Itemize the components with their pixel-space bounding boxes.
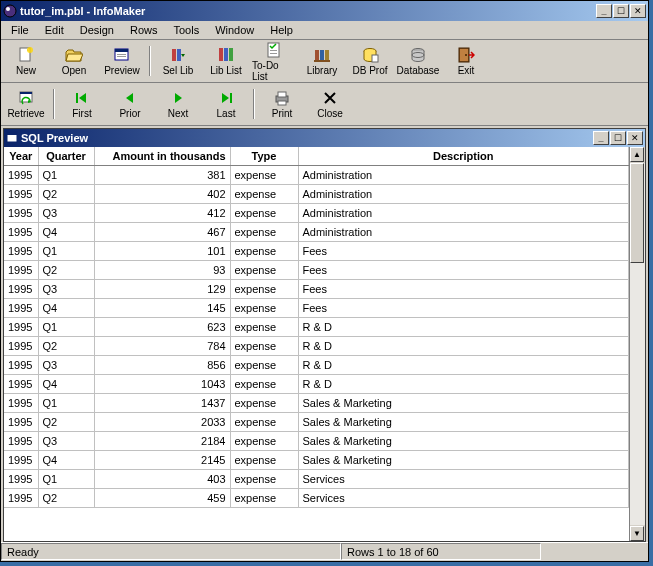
cell-quarter[interactable]: Q3: [38, 204, 94, 223]
cell-amount[interactable]: 467: [94, 223, 230, 242]
cell-year[interactable]: 1995: [4, 451, 38, 470]
menu-tools[interactable]: Tools: [165, 22, 207, 38]
table-row[interactable]: 1995Q1381expenseAdministration: [4, 166, 629, 185]
cell-amount[interactable]: 101: [94, 242, 230, 261]
cell-year[interactable]: 1995: [4, 204, 38, 223]
scroll-track[interactable]: [630, 163, 645, 525]
cell-amount[interactable]: 93: [94, 261, 230, 280]
cell-amount[interactable]: 129: [94, 280, 230, 299]
tb2-next-button[interactable]: Next: [155, 86, 201, 122]
cell-amount[interactable]: 2145: [94, 451, 230, 470]
table-row[interactable]: 1995Q2459expenseServices: [4, 489, 629, 508]
vertical-scrollbar[interactable]: ▲ ▼: [629, 147, 645, 541]
cell-amount[interactable]: 623: [94, 318, 230, 337]
menu-design[interactable]: Design: [72, 22, 122, 38]
cell-quarter[interactable]: Q3: [38, 280, 94, 299]
cell-year[interactable]: 1995: [4, 223, 38, 242]
cell-desc[interactable]: R & D: [298, 337, 629, 356]
cell-desc[interactable]: Administration: [298, 223, 629, 242]
menu-edit[interactable]: Edit: [37, 22, 72, 38]
cell-quarter[interactable]: Q1: [38, 242, 94, 261]
tb2-retrieve-button[interactable]: Retrieve: [3, 86, 49, 122]
cell-desc[interactable]: Administration: [298, 204, 629, 223]
table-row[interactable]: 1995Q293expenseFees: [4, 261, 629, 280]
cell-year[interactable]: 1995: [4, 261, 38, 280]
cell-type[interactable]: expense: [230, 185, 298, 204]
menu-help[interactable]: Help: [262, 22, 301, 38]
tb1-todo-button[interactable]: To-Do List: [251, 43, 297, 79]
cell-year[interactable]: 1995: [4, 356, 38, 375]
cell-amount[interactable]: 145: [94, 299, 230, 318]
cell-amount[interactable]: 2184: [94, 432, 230, 451]
cell-year[interactable]: 1995: [4, 299, 38, 318]
cell-desc[interactable]: Sales & Marketing: [298, 432, 629, 451]
cell-year[interactable]: 1995: [4, 242, 38, 261]
cell-year[interactable]: 1995: [4, 166, 38, 185]
cell-amount[interactable]: 2033: [94, 413, 230, 432]
cell-type[interactable]: expense: [230, 356, 298, 375]
tb1-sellib-button[interactable]: Sel Lib: [155, 43, 201, 79]
cell-desc[interactable]: Fees: [298, 261, 629, 280]
tb2-print-button[interactable]: Print: [259, 86, 305, 122]
table-row[interactable]: 1995Q32184expenseSales & Marketing: [4, 432, 629, 451]
cell-desc[interactable]: R & D: [298, 375, 629, 394]
tb1-new-button[interactable]: New: [3, 43, 49, 79]
cell-amount[interactable]: 784: [94, 337, 230, 356]
cell-desc[interactable]: R & D: [298, 318, 629, 337]
col-header-quarter[interactable]: Quarter: [38, 147, 94, 166]
cell-type[interactable]: expense: [230, 299, 298, 318]
cell-amount[interactable]: 403: [94, 470, 230, 489]
table-row[interactable]: 1995Q3129expenseFees: [4, 280, 629, 299]
tb1-database-button[interactable]: Database: [395, 43, 441, 79]
main-close-button[interactable]: ✕: [630, 4, 646, 18]
menu-window[interactable]: Window: [207, 22, 262, 38]
cell-quarter[interactable]: Q4: [38, 451, 94, 470]
cell-year[interactable]: 1995: [4, 185, 38, 204]
cell-type[interactable]: expense: [230, 166, 298, 185]
main-titlebar[interactable]: tutor_im.pbl - InfoMaker _ ☐ ✕: [1, 1, 648, 21]
table-row[interactable]: 1995Q3412expenseAdministration: [4, 204, 629, 223]
cell-type[interactable]: expense: [230, 432, 298, 451]
cell-year[interactable]: 1995: [4, 337, 38, 356]
tb2-first-button[interactable]: First: [59, 86, 105, 122]
cell-quarter[interactable]: Q3: [38, 356, 94, 375]
cell-desc[interactable]: Services: [298, 470, 629, 489]
child-minimize-button[interactable]: _: [593, 131, 609, 145]
col-header-description[interactable]: Description: [298, 147, 629, 166]
cell-quarter[interactable]: Q1: [38, 470, 94, 489]
cell-year[interactable]: 1995: [4, 432, 38, 451]
cell-year[interactable]: 1995: [4, 280, 38, 299]
cell-desc[interactable]: Services: [298, 489, 629, 508]
tb1-exit-button[interactable]: Exit: [443, 43, 489, 79]
cell-desc[interactable]: Administration: [298, 166, 629, 185]
table-row[interactable]: 1995Q4467expenseAdministration: [4, 223, 629, 242]
cell-amount[interactable]: 459: [94, 489, 230, 508]
cell-desc[interactable]: Fees: [298, 299, 629, 318]
cell-quarter[interactable]: Q1: [38, 166, 94, 185]
cell-quarter[interactable]: Q1: [38, 318, 94, 337]
menu-rows[interactable]: Rows: [122, 22, 166, 38]
table-row[interactable]: 1995Q4145expenseFees: [4, 299, 629, 318]
child-maximize-button[interactable]: ☐: [610, 131, 626, 145]
tb2-prior-button[interactable]: Prior: [107, 86, 153, 122]
cell-type[interactable]: expense: [230, 451, 298, 470]
cell-amount[interactable]: 381: [94, 166, 230, 185]
cell-type[interactable]: expense: [230, 470, 298, 489]
cell-desc[interactable]: Sales & Marketing: [298, 394, 629, 413]
table-row[interactable]: 1995Q1623expenseR & D: [4, 318, 629, 337]
cell-type[interactable]: expense: [230, 318, 298, 337]
cell-quarter[interactable]: Q2: [38, 413, 94, 432]
table-row[interactable]: 1995Q41043expenseR & D: [4, 375, 629, 394]
cell-quarter[interactable]: Q1: [38, 394, 94, 413]
cell-amount[interactable]: 1437: [94, 394, 230, 413]
cell-amount[interactable]: 856: [94, 356, 230, 375]
cell-type[interactable]: expense: [230, 204, 298, 223]
tb2-last-button[interactable]: Last: [203, 86, 249, 122]
cell-year[interactable]: 1995: [4, 413, 38, 432]
cell-year[interactable]: 1995: [4, 375, 38, 394]
cell-quarter[interactable]: Q4: [38, 375, 94, 394]
cell-type[interactable]: expense: [230, 394, 298, 413]
cell-desc[interactable]: Administration: [298, 185, 629, 204]
table-row[interactable]: 1995Q3856expenseR & D: [4, 356, 629, 375]
scroll-up-button[interactable]: ▲: [630, 147, 644, 162]
